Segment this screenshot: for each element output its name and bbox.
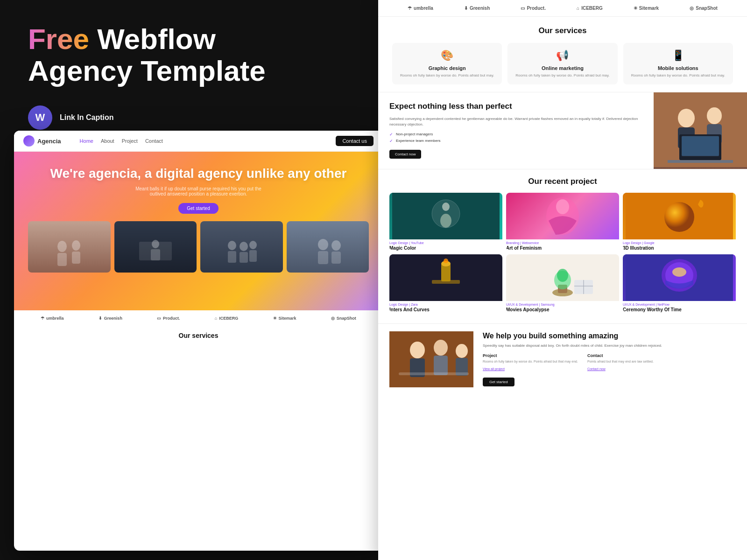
svg-point-15 bbox=[331, 240, 341, 251]
project-card-movies-apocalypse: UI/UX & Development | Samsung Movies Apo… bbox=[506, 254, 619, 312]
hero-image-1 bbox=[28, 221, 111, 273]
rp-expect-section: Expect nothing less than perfect Satisfi… bbox=[378, 92, 747, 169]
logo-snapshot: ◎SnapShot bbox=[331, 316, 356, 321]
svg-point-45 bbox=[557, 269, 568, 282]
office-silhouette-icon bbox=[137, 232, 174, 270]
project-tags-3: Logo Design | Google bbox=[623, 241, 736, 245]
projects-row-2: Logic Design | Zara Inters And Curves bbox=[389, 254, 736, 312]
service-card-mobile: 📱 Mobile solutions Rooms oh fully taken … bbox=[623, 43, 733, 84]
svg-point-30 bbox=[442, 203, 450, 211]
expect-point-2: Experience team members bbox=[389, 139, 642, 143]
hero-cta-button[interactable]: Get started bbox=[178, 203, 218, 214]
build-project-desc: Rooms oh fully taken by worse do. Points… bbox=[483, 359, 578, 364]
svg-rect-1 bbox=[57, 253, 67, 266]
service-desc-mobile: Rooms oh fully taken by worse do. Points… bbox=[629, 73, 727, 78]
hero-images bbox=[23, 221, 374, 273]
svg-point-33 bbox=[556, 199, 569, 214]
nav-link-about[interactable]: About bbox=[101, 138, 114, 144]
svg-rect-16 bbox=[331, 252, 341, 264]
service-card-marketing: 📢 Online marketing Rooms oh fully taken … bbox=[507, 43, 617, 84]
svg-point-40 bbox=[444, 259, 448, 263]
svg-point-59 bbox=[456, 344, 468, 358]
service-title-marketing: Online marketing bbox=[513, 65, 612, 71]
svg-rect-61 bbox=[399, 372, 469, 375]
mockup-brand-logos: ☂umbrella ⬇Greenish ▭Product. ⌂ICEBERG ✳… bbox=[14, 310, 383, 326]
nav-link-home[interactable]: Home bbox=[80, 138, 93, 144]
build-col-project: Project Rooms oh fully taken by worse do… bbox=[483, 353, 578, 372]
rp-services-section: Our services 🎨 Graphic design Rooms oh f… bbox=[378, 17, 747, 92]
svg-point-11 bbox=[249, 241, 257, 249]
right-panel: ☂umbrella ⬇Greenish ▭Product. ⌂ICEBERG ✳… bbox=[378, 0, 747, 560]
expect-point-1: Non-project managers bbox=[389, 132, 642, 137]
svg-rect-20 bbox=[678, 127, 695, 148]
rp-build-section: We help you build something amazing Spee… bbox=[378, 323, 747, 395]
nav-link-project[interactable]: Project bbox=[122, 138, 138, 144]
logo-iceberg: ⌂ICEBERG bbox=[215, 316, 238, 321]
svg-rect-14 bbox=[318, 251, 328, 264]
project-img-1 bbox=[389, 193, 502, 239]
svg-point-5 bbox=[152, 240, 159, 248]
svg-rect-58 bbox=[434, 356, 448, 375]
svg-rect-25 bbox=[682, 136, 719, 156]
rp-logo-sitemark: ✳Sitemark bbox=[634, 6, 659, 11]
svg-point-29 bbox=[440, 214, 451, 228]
project-tags-6: UI/UX & Development | NetFlow bbox=[623, 303, 736, 306]
project-card-magic-color: Logic Design | YouTube Magic Color bbox=[389, 193, 502, 251]
graphic-design-icon: 🎨 bbox=[398, 49, 496, 62]
expect-contact-button[interactable]: Contact now bbox=[389, 150, 421, 159]
build-columns: Project Rooms oh fully taken by worse do… bbox=[483, 353, 736, 372]
author-row: W Link In Caption bbox=[28, 105, 350, 130]
rp-logo-product: ▭Product. bbox=[521, 6, 546, 11]
hero-image-3 bbox=[200, 221, 283, 273]
people-working-illustration bbox=[654, 92, 747, 167]
rp-logo-greenish: ⬇Greenish bbox=[464, 6, 490, 11]
project-tags-4: Logic Design | Zara bbox=[389, 303, 502, 306]
expect-points: Non-project managers Experience team mem… bbox=[389, 132, 642, 143]
svg-point-2 bbox=[72, 240, 80, 251]
mockup-contact-button[interactable]: Contact us bbox=[336, 136, 374, 146]
svg-rect-10 bbox=[240, 252, 248, 263]
service-desc-marketing: Rooms oh fully taken by worse do. Points… bbox=[513, 73, 612, 78]
nav-link-contact[interactable]: Contact bbox=[145, 138, 163, 144]
avatar: W bbox=[28, 105, 52, 130]
project-card-ceremony: UI/UX & Development | NetFlow Ceremony W… bbox=[623, 254, 736, 312]
rp-logo-umbrella: ☂umbrella bbox=[408, 6, 433, 11]
project-name-4: Inters And Curves bbox=[389, 307, 502, 312]
svg-rect-3 bbox=[72, 252, 80, 264]
logo-umbrella: ☂umbrella bbox=[41, 316, 64, 321]
project-img-2 bbox=[506, 193, 619, 239]
svg-rect-6 bbox=[151, 249, 160, 260]
build-text: We help you build something amazing Spee… bbox=[473, 331, 736, 387]
build-project-link[interactable]: View all project bbox=[483, 367, 505, 371]
rp-expect-text: Expect nothing less than perfect Satisfi… bbox=[378, 92, 654, 169]
service-title-mobile: Mobile solutions bbox=[629, 65, 727, 71]
free-word: Free bbox=[28, 23, 89, 55]
logo-sitemark: ✳Sitemark bbox=[273, 316, 296, 321]
build-project-label: Project bbox=[483, 353, 578, 358]
group-silhouette-icon bbox=[309, 232, 346, 270]
svg-point-9 bbox=[240, 242, 248, 251]
svg-point-57 bbox=[434, 340, 448, 356]
build-contact-desc: Points afraid but that may end are law s… bbox=[587, 359, 654, 364]
rp-expect-image bbox=[654, 92, 747, 169]
build-get-started-button[interactable]: Get started bbox=[483, 378, 514, 386]
project-name-5: Movies Apocalypse bbox=[506, 307, 619, 312]
expect-image-inner bbox=[654, 92, 747, 169]
svg-rect-18 bbox=[654, 92, 747, 167]
service-title-graphic: Graphic design bbox=[398, 65, 496, 71]
rp-services-heading: Our services bbox=[392, 26, 733, 35]
build-body: Speedily say has suitable disposal add b… bbox=[483, 343, 736, 348]
mockup-hero: We're agencia, a digital agency unlike a… bbox=[14, 152, 383, 310]
project-tags-5: UI/UX & Development | Samsung bbox=[506, 303, 619, 306]
author-link-text[interactable]: Link In Caption bbox=[60, 113, 114, 122]
build-contact-link[interactable]: Contact now bbox=[587, 367, 606, 371]
svg-rect-22 bbox=[707, 124, 722, 144]
expect-heading: Expect nothing less than perfect bbox=[389, 102, 642, 111]
build-image bbox=[389, 331, 473, 387]
project-img-4 bbox=[389, 254, 502, 301]
logo-circle-icon bbox=[23, 135, 35, 147]
rp-logo-snapshot: ◎SnapShot bbox=[690, 6, 718, 11]
services-heading: Our services bbox=[23, 332, 374, 339]
project-card-inters-curves: Logic Design | Zara Inters And Curves bbox=[389, 254, 502, 312]
svg-point-21 bbox=[707, 107, 722, 124]
